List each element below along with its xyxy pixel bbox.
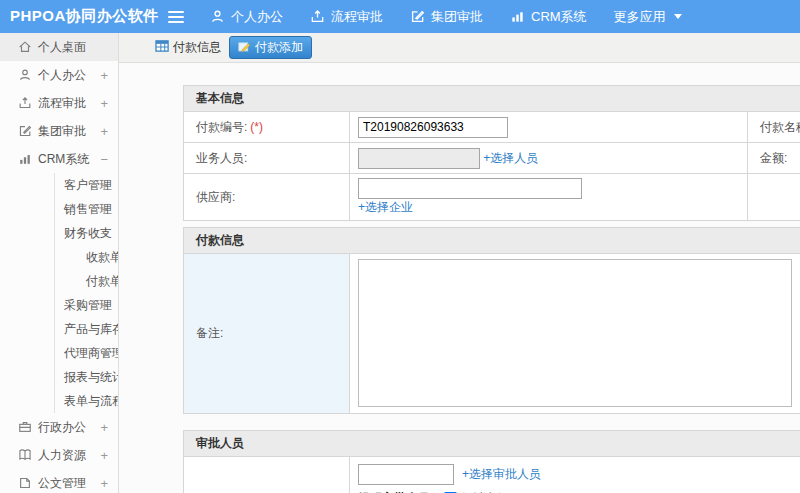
sidebar-item-admin-office[interactable]: 行政办公 + [0,413,118,441]
nav-personal-office[interactable]: 个人办公 [210,8,283,26]
select-company-link[interactable]: +选择企业 [358,200,413,214]
edit-icon [410,9,425,24]
supplier-label: 供应商: [184,174,350,221]
expand-icon[interactable]: + [100,298,108,313]
approval-section: 审批人员 设置审批人员:(*) +选择审批人员 提醒审批人员: 短消息提示 注： [183,430,800,493]
select-approver-link[interactable]: +选择审批人员 [462,466,541,483]
sidebar-item-purchase-mgmt[interactable]: 采购管理 + [54,293,118,317]
workflow-icon [310,9,325,24]
select-person-link[interactable]: +选择人员 [483,150,538,164]
section-title-payment: 付款信息 [184,228,800,254]
sidebar-item-crm-system[interactable]: CRM系统 − [0,145,118,173]
caret-down-icon [674,14,682,23]
remark-textarea[interactable] [358,259,792,407]
user-icon [210,9,225,24]
expand-icon[interactable]: + [100,322,108,337]
payment-no-label: 付款编号:(*) [184,112,350,143]
amount-label: 金额: [748,143,800,174]
collapse-icon[interactable]: − [100,226,108,241]
expand-icon[interactable]: + [100,124,108,139]
bar-chart-icon [510,9,525,24]
expand-icon[interactable]: + [100,476,108,491]
sidebar-item-sales-mgmt[interactable]: 销售管理 + [54,197,118,221]
main-content: 付款信息 付款添加 基本信息 付款编号:(*) [119,33,800,493]
sidebar-item-personal-office[interactable]: 个人办公 + [0,61,118,89]
add-edit-icon [238,40,251,56]
expand-icon[interactable]: + [100,448,108,463]
payment-no-input[interactable] [358,117,508,138]
expand-icon[interactable]: + [100,202,108,217]
sidebar-item-hr[interactable]: 人力资源 + [0,441,118,469]
nav-workflow-approval[interactable]: 流程审批 [310,8,383,26]
section-title-basic: 基本信息 [184,86,800,112]
sidebar-item-agent-mgmt[interactable]: 代理商管理 + [54,341,118,365]
approver-input[interactable] [358,464,454,485]
payment-info-section: 付款信息 备注: [183,227,800,414]
expand-icon[interactable]: + [100,346,108,361]
sidebar-item-finance-inout[interactable]: 财务收支 − [54,221,118,245]
required-marker: (*) [250,120,263,134]
basic-info-section: 基本信息 付款编号:(*) 付款名称:(*) 业务人员: +选择人员 [183,85,800,221]
payment-add-form: 基本信息 付款编号:(*) 付款名称:(*) 业务人员: +选择人员 [119,63,800,493]
section-title-approval: 审批人员 [184,431,800,457]
nav-group-approval[interactable]: 集团审批 [410,8,483,26]
tab-payment-add[interactable]: 付款添加 [229,36,312,59]
sidebar-item-form-workflow-settings[interactable]: 表单与流程设置 + [54,389,118,413]
briefcase-icon [18,420,32,434]
sidebar: 个人桌面 个人办公 + 流程审批 + 集团审批 + [0,33,119,493]
expand-icon[interactable]: + [100,420,108,435]
sidebar-item-workflow-approval[interactable]: 流程审批 + [0,89,118,117]
app-logo: PHPOA协同办公软件 [0,7,168,26]
nav-more-apps[interactable]: 更多应用 [614,8,682,26]
tab-bar: 付款信息 付款添加 [119,33,800,63]
nav-crm-system[interactable]: CRM系统 [510,8,587,26]
expand-icon[interactable]: + [100,68,108,83]
payment-name-label: 付款名称:(*) [748,112,800,143]
bar-chart-icon [18,152,32,166]
sidebar-item-personal-desktop[interactable]: 个人桌面 [0,33,118,61]
hamburger-menu-icon[interactable] [168,11,184,23]
sidebar-item-receipt-order[interactable]: 收款单 [54,245,118,269]
tab-payment-info[interactable]: 付款信息 [155,39,221,56]
home-icon [18,40,32,54]
workflow-icon [18,96,32,110]
sidebar-item-group-approval[interactable]: 集团审批 + [0,117,118,145]
expand-icon[interactable]: + [100,96,108,111]
document-icon [18,476,32,490]
staff-label: 业务人员: [184,143,350,174]
table-grid-icon [155,39,170,56]
supplier-input[interactable] [358,178,582,199]
expand-icon[interactable]: + [100,178,108,193]
sidebar-item-payment-order[interactable]: 付款单 [54,269,118,293]
sidebar-item-document-mgmt[interactable]: 公文管理 + [0,469,118,493]
edit-icon [18,124,32,138]
staff-input [358,148,480,169]
collapse-icon[interactable]: − [100,152,108,167]
remark-label: 备注: [184,254,350,414]
book-icon [18,448,32,462]
topbar: PHPOA协同办公软件 个人办公 流程审批 集团审批 [0,0,800,33]
user-icon [18,68,32,82]
sidebar-item-reports-stats[interactable]: 报表与统计 [54,365,118,389]
sidebar-item-product-inventory[interactable]: 产品与库存 + [54,317,118,341]
set-approver-label: 设置审批人员:(*) [184,457,350,493]
sidebar-item-customer-mgmt[interactable]: 客户管理 + [54,173,118,197]
